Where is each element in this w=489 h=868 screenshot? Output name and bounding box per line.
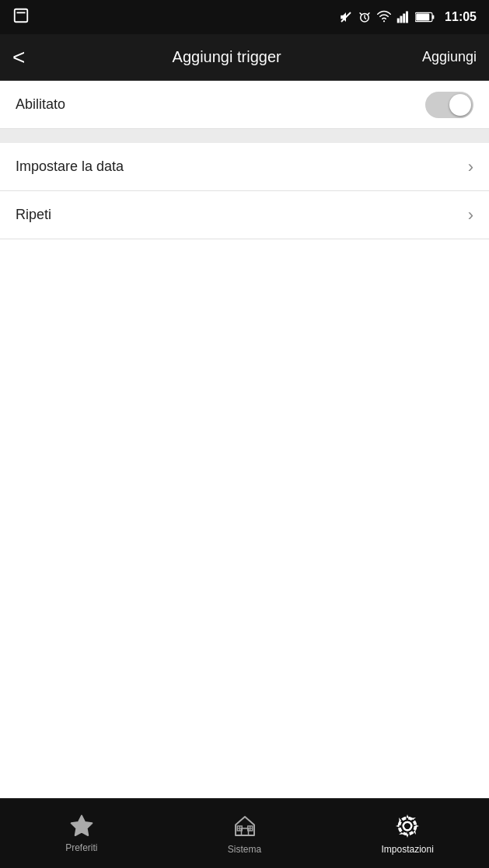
ripeti-label: Ripeti xyxy=(16,207,468,223)
abilitato-row: Abilitato xyxy=(0,81,489,129)
svg-rect-8 xyxy=(406,12,408,23)
nav-label-sistema: Sistema xyxy=(228,844,261,855)
abilitato-label: Abilitato xyxy=(16,96,425,113)
impostare-section: Impostare la data › Ripeti › xyxy=(0,143,489,239)
status-time: 11:05 xyxy=(445,10,477,24)
svg-rect-1 xyxy=(17,12,26,13)
impostare-row[interactable]: Impostare la data › xyxy=(0,143,489,191)
home-icon xyxy=(231,812,259,840)
abilitato-toggle[interactable] xyxy=(425,92,473,118)
nav-label-preferiti: Preferiti xyxy=(65,842,97,853)
nav-item-preferiti[interactable]: Preferiti xyxy=(0,799,163,868)
content-area: Abilitato Impostare la data › Ripeti › xyxy=(0,81,489,798)
impostare-label: Impostare la data xyxy=(16,159,468,175)
svg-point-23 xyxy=(405,824,410,828)
gear-icon xyxy=(393,812,421,840)
svg-rect-7 xyxy=(403,14,405,23)
signal-icon xyxy=(396,10,410,24)
toggle-thumb xyxy=(449,94,471,116)
nav-item-sistema[interactable]: Sistema xyxy=(163,799,327,868)
status-left-icon xyxy=(12,7,30,27)
back-button[interactable]: < xyxy=(12,44,31,71)
abilitato-section: Abilitato xyxy=(0,81,489,129)
ripeti-row[interactable]: Ripeti › xyxy=(0,191,489,239)
impostare-chevron-icon: › xyxy=(468,157,473,177)
ripeti-chevron-icon: › xyxy=(468,205,473,225)
status-right: 11:05 xyxy=(339,10,477,24)
toolbar: < Aggiungi trigger Aggiungi xyxy=(0,34,489,81)
svg-marker-12 xyxy=(71,816,92,835)
bottom-nav: Preferiti Sistema xyxy=(0,798,489,868)
star-icon xyxy=(69,814,94,838)
battery-icon xyxy=(415,11,435,23)
svg-rect-0 xyxy=(15,9,28,23)
svg-rect-6 xyxy=(400,16,403,23)
alarm-icon xyxy=(358,10,372,24)
mute-icon xyxy=(339,10,353,24)
svg-point-4 xyxy=(383,20,385,22)
svg-rect-10 xyxy=(432,16,434,19)
wifi-icon xyxy=(376,10,392,24)
nav-label-impostazioni: Impostazioni xyxy=(381,844,433,855)
page-title: Aggiungi trigger xyxy=(31,48,422,66)
status-bar: 11:05 xyxy=(0,0,489,34)
section-divider-1 xyxy=(0,129,489,143)
nav-item-impostazioni[interactable]: Impostazioni xyxy=(326,799,489,868)
svg-rect-5 xyxy=(397,19,400,23)
aggiungi-button[interactable]: Aggiungi xyxy=(422,49,477,65)
svg-rect-11 xyxy=(416,14,429,21)
